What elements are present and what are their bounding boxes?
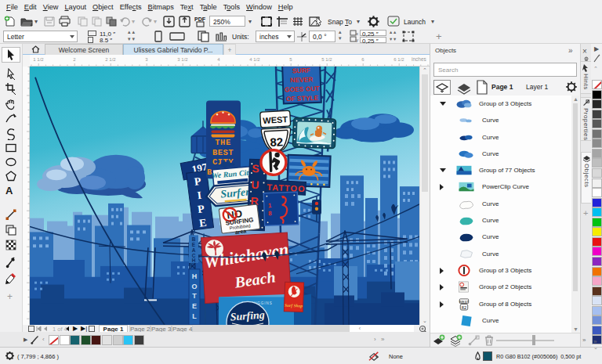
svg-text:H: H <box>192 272 198 280</box>
svg-text:4: 4 <box>217 57 220 62</box>
svg-text:SURF: SURF <box>292 67 310 74</box>
svg-text:E: E <box>192 302 197 310</box>
svg-text:2: 2 <box>73 57 76 62</box>
svg-text:y: y <box>356 38 358 42</box>
svg-text:5 1/2: 5 1/2 <box>321 57 332 62</box>
svg-text:4 1/2: 4 1/2 <box>249 57 260 62</box>
svg-text:6 1/2: 6 1/2 <box>393 57 404 62</box>
svg-text:THE: THE <box>215 138 230 147</box>
svg-text:BEST: BEST <box>212 148 234 157</box>
svg-text:H: H <box>192 258 196 263</box>
svg-text:82: 82 <box>462 305 466 310</box>
svg-text:3: 3 <box>145 57 148 62</box>
svg-text:E: E <box>192 242 196 247</box>
svg-text:6: 6 <box>361 57 364 62</box>
svg-text:82: 82 <box>270 135 284 149</box>
svg-text:O: O <box>192 283 198 290</box>
svg-text:U: U <box>251 178 259 191</box>
svg-text:2 1/2: 2 1/2 <box>105 57 116 62</box>
svg-text:B: B <box>192 236 196 242</box>
svg-text:WEST: WEST <box>263 114 288 125</box>
svg-text:NEVER: NEVER <box>290 75 314 84</box>
svg-text:3 1/2: 3 1/2 <box>177 57 188 62</box>
svg-text:OF STYLE: OF STYLE <box>286 94 319 103</box>
svg-text:S: S <box>252 162 259 175</box>
svg-text:5: 5 <box>289 57 292 62</box>
svg-text:WEST: WEST <box>459 300 470 304</box>
svg-text:inches: inches <box>412 56 427 62</box>
svg-text:E: E <box>198 217 207 229</box>
svg-text:A: A <box>192 247 196 253</box>
svg-text:1 1/2: 1 1/2 <box>33 57 44 62</box>
svg-text:T: T <box>192 292 197 300</box>
svg-text:L: L <box>192 312 197 320</box>
svg-text:GOES OUT: GOES OUT <box>285 85 321 94</box>
svg-text:PDF: PDF <box>194 16 206 22</box>
svg-text:Surfing: Surfing <box>230 309 265 323</box>
svg-text:Surf Shop: Surf Shop <box>285 303 303 308</box>
